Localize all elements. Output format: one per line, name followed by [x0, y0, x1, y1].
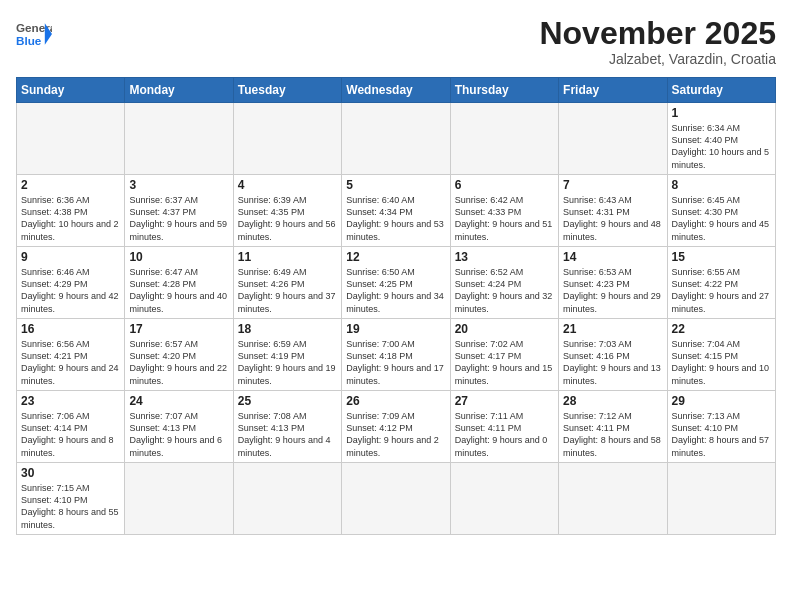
calendar-cell — [559, 103, 667, 175]
calendar-cell: 18Sunrise: 6:59 AM Sunset: 4:19 PM Dayli… — [233, 319, 341, 391]
calendar-cell: 27Sunrise: 7:11 AM Sunset: 4:11 PM Dayli… — [450, 391, 558, 463]
day-number: 11 — [238, 250, 337, 264]
calendar-cell: 14Sunrise: 6:53 AM Sunset: 4:23 PM Dayli… — [559, 247, 667, 319]
day-number: 14 — [563, 250, 662, 264]
day-info: Sunrise: 6:57 AM Sunset: 4:20 PM Dayligh… — [129, 338, 228, 387]
calendar-cell: 21Sunrise: 7:03 AM Sunset: 4:16 PM Dayli… — [559, 319, 667, 391]
day-number: 7 — [563, 178, 662, 192]
day-info: Sunrise: 7:06 AM Sunset: 4:14 PM Dayligh… — [21, 410, 120, 459]
day-info: Sunrise: 6:53 AM Sunset: 4:23 PM Dayligh… — [563, 266, 662, 315]
subtitle: Jalzabet, Varazdin, Croatia — [539, 51, 776, 67]
month-title: November 2025 — [539, 16, 776, 51]
day-number: 8 — [672, 178, 771, 192]
day-info: Sunrise: 7:02 AM Sunset: 4:17 PM Dayligh… — [455, 338, 554, 387]
day-info: Sunrise: 7:15 AM Sunset: 4:10 PM Dayligh… — [21, 482, 120, 531]
day-number: 2 — [21, 178, 120, 192]
calendar-cell: 30Sunrise: 7:15 AM Sunset: 4:10 PM Dayli… — [17, 463, 125, 535]
title-area: November 2025 Jalzabet, Varazdin, Croati… — [539, 16, 776, 67]
calendar-cell: 12Sunrise: 6:50 AM Sunset: 4:25 PM Dayli… — [342, 247, 450, 319]
calendar-cell: 29Sunrise: 7:13 AM Sunset: 4:10 PM Dayli… — [667, 391, 775, 463]
calendar-cell — [559, 463, 667, 535]
calendar-cell — [125, 103, 233, 175]
col-tuesday: Tuesday — [233, 78, 341, 103]
day-number: 9 — [21, 250, 120, 264]
day-info: Sunrise: 7:13 AM Sunset: 4:10 PM Dayligh… — [672, 410, 771, 459]
calendar-cell: 19Sunrise: 7:00 AM Sunset: 4:18 PM Dayli… — [342, 319, 450, 391]
day-number: 29 — [672, 394, 771, 408]
col-wednesday: Wednesday — [342, 78, 450, 103]
calendar-cell: 15Sunrise: 6:55 AM Sunset: 4:22 PM Dayli… — [667, 247, 775, 319]
calendar-cell: 5Sunrise: 6:40 AM Sunset: 4:34 PM Daylig… — [342, 175, 450, 247]
calendar-cell — [342, 103, 450, 175]
calendar-cell: 26Sunrise: 7:09 AM Sunset: 4:12 PM Dayli… — [342, 391, 450, 463]
day-info: Sunrise: 6:45 AM Sunset: 4:30 PM Dayligh… — [672, 194, 771, 243]
day-info: Sunrise: 6:59 AM Sunset: 4:19 PM Dayligh… — [238, 338, 337, 387]
col-monday: Monday — [125, 78, 233, 103]
calendar-cell: 4Sunrise: 6:39 AM Sunset: 4:35 PM Daylig… — [233, 175, 341, 247]
day-info: Sunrise: 7:03 AM Sunset: 4:16 PM Dayligh… — [563, 338, 662, 387]
calendar-table: Sunday Monday Tuesday Wednesday Thursday… — [16, 77, 776, 535]
day-info: Sunrise: 6:34 AM Sunset: 4:40 PM Dayligh… — [672, 122, 771, 171]
calendar-cell: 28Sunrise: 7:12 AM Sunset: 4:11 PM Dayli… — [559, 391, 667, 463]
day-number: 30 — [21, 466, 120, 480]
logo: General Blue — [16, 16, 56, 52]
day-info: Sunrise: 7:00 AM Sunset: 4:18 PM Dayligh… — [346, 338, 445, 387]
header: General Blue November 2025 Jalzabet, Var… — [16, 16, 776, 67]
day-number: 6 — [455, 178, 554, 192]
day-number: 25 — [238, 394, 337, 408]
calendar-cell: 22Sunrise: 7:04 AM Sunset: 4:15 PM Dayli… — [667, 319, 775, 391]
svg-text:Blue: Blue — [16, 34, 42, 47]
calendar-cell: 6Sunrise: 6:42 AM Sunset: 4:33 PM Daylig… — [450, 175, 558, 247]
calendar-cell — [450, 103, 558, 175]
calendar-cell — [342, 463, 450, 535]
day-info: Sunrise: 6:56 AM Sunset: 4:21 PM Dayligh… — [21, 338, 120, 387]
day-number: 22 — [672, 322, 771, 336]
day-number: 23 — [21, 394, 120, 408]
day-info: Sunrise: 6:43 AM Sunset: 4:31 PM Dayligh… — [563, 194, 662, 243]
calendar-cell: 9Sunrise: 6:46 AM Sunset: 4:29 PM Daylig… — [17, 247, 125, 319]
day-number: 16 — [21, 322, 120, 336]
day-number: 13 — [455, 250, 554, 264]
day-info: Sunrise: 6:39 AM Sunset: 4:35 PM Dayligh… — [238, 194, 337, 243]
day-info: Sunrise: 6:40 AM Sunset: 4:34 PM Dayligh… — [346, 194, 445, 243]
calendar-cell — [667, 463, 775, 535]
day-info: Sunrise: 6:37 AM Sunset: 4:37 PM Dayligh… — [129, 194, 228, 243]
calendar-cell: 16Sunrise: 6:56 AM Sunset: 4:21 PM Dayli… — [17, 319, 125, 391]
day-info: Sunrise: 6:49 AM Sunset: 4:26 PM Dayligh… — [238, 266, 337, 315]
calendar-cell — [17, 103, 125, 175]
calendar-cell: 13Sunrise: 6:52 AM Sunset: 4:24 PM Dayli… — [450, 247, 558, 319]
day-number: 15 — [672, 250, 771, 264]
day-number: 3 — [129, 178, 228, 192]
day-number: 12 — [346, 250, 445, 264]
col-thursday: Thursday — [450, 78, 558, 103]
day-info: Sunrise: 7:12 AM Sunset: 4:11 PM Dayligh… — [563, 410, 662, 459]
col-saturday: Saturday — [667, 78, 775, 103]
calendar-cell: 23Sunrise: 7:06 AM Sunset: 4:14 PM Dayli… — [17, 391, 125, 463]
day-info: Sunrise: 7:04 AM Sunset: 4:15 PM Dayligh… — [672, 338, 771, 387]
day-info: Sunrise: 6:36 AM Sunset: 4:38 PM Dayligh… — [21, 194, 120, 243]
calendar-cell — [233, 463, 341, 535]
day-number: 18 — [238, 322, 337, 336]
col-friday: Friday — [559, 78, 667, 103]
page: General Blue November 2025 Jalzabet, Var… — [0, 0, 792, 612]
day-info: Sunrise: 7:11 AM Sunset: 4:11 PM Dayligh… — [455, 410, 554, 459]
day-number: 20 — [455, 322, 554, 336]
day-number: 28 — [563, 394, 662, 408]
calendar-cell: 7Sunrise: 6:43 AM Sunset: 4:31 PM Daylig… — [559, 175, 667, 247]
logo-svg: General Blue — [16, 16, 52, 52]
calendar-cell: 24Sunrise: 7:07 AM Sunset: 4:13 PM Dayli… — [125, 391, 233, 463]
day-number: 21 — [563, 322, 662, 336]
day-number: 19 — [346, 322, 445, 336]
day-number: 27 — [455, 394, 554, 408]
day-info: Sunrise: 7:07 AM Sunset: 4:13 PM Dayligh… — [129, 410, 228, 459]
day-number: 26 — [346, 394, 445, 408]
calendar-cell: 2Sunrise: 6:36 AM Sunset: 4:38 PM Daylig… — [17, 175, 125, 247]
calendar-cell: 3Sunrise: 6:37 AM Sunset: 4:37 PM Daylig… — [125, 175, 233, 247]
day-info: Sunrise: 6:47 AM Sunset: 4:28 PM Dayligh… — [129, 266, 228, 315]
col-sunday: Sunday — [17, 78, 125, 103]
day-number: 10 — [129, 250, 228, 264]
calendar-cell — [233, 103, 341, 175]
day-number: 17 — [129, 322, 228, 336]
calendar-header-row: Sunday Monday Tuesday Wednesday Thursday… — [17, 78, 776, 103]
day-info: Sunrise: 6:42 AM Sunset: 4:33 PM Dayligh… — [455, 194, 554, 243]
